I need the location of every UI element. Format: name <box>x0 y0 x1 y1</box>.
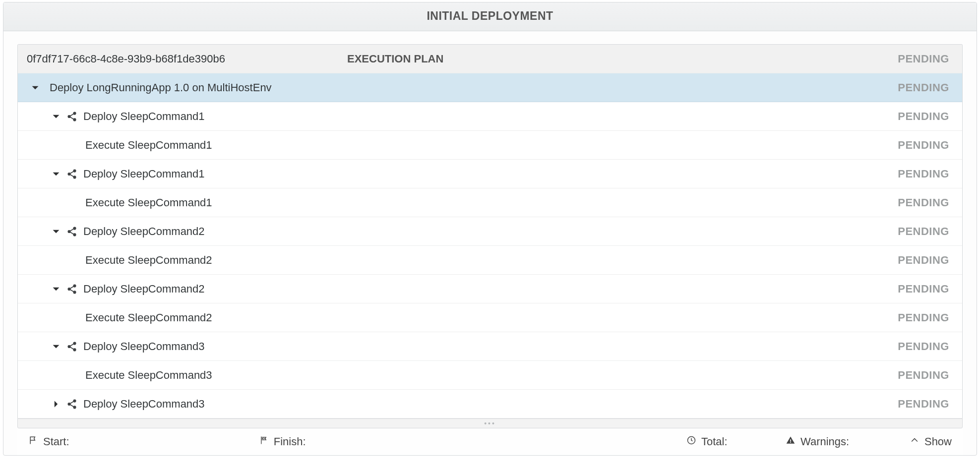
row-status: PENDING <box>840 254 949 267</box>
resize-handle[interactable]: ••• <box>17 418 963 428</box>
row-label: Execute SleepCommand2 <box>85 254 212 267</box>
plan-id: 0f7df717-66c8-4c8e-93b9-b68f1de390b6 <box>27 53 225 65</box>
row-status: PENDING <box>840 283 949 295</box>
share-icon <box>65 225 78 238</box>
row-status: PENDING <box>840 340 949 353</box>
row-status: PENDING <box>840 110 949 123</box>
chevron-down-icon[interactable] <box>51 341 61 352</box>
status-warnings: Warnings: <box>786 435 910 448</box>
share-icon <box>65 398 78 411</box>
row-status: PENDING <box>840 139 949 152</box>
execution-plan-tree: 0f7df717-66c8-4c8e-93b9-b68f1de390b6 EXE… <box>17 44 963 418</box>
tree-leaf-row[interactable]: Execute SleepCommand1PENDING <box>18 188 962 217</box>
warning-icon <box>786 435 796 448</box>
tree-leaf-row[interactable]: Execute SleepCommand2PENDING <box>18 246 962 275</box>
row-label: Deploy SleepCommand3 <box>83 340 205 353</box>
chevron-up-icon <box>910 435 919 448</box>
deployment-panel: INITIAL DEPLOYMENT 0f7df717-66c8-4c8e-93… <box>3 2 977 456</box>
plan-center-label: EXECUTION PLAN <box>347 53 840 65</box>
share-icon <box>65 110 78 123</box>
tree-group-row[interactable]: Deploy SleepCommand1PENDING <box>18 160 962 188</box>
show-toggle[interactable]: Show <box>910 435 952 448</box>
row-label: Deploy SleepCommand2 <box>83 283 205 295</box>
tree-group-row[interactable]: Deploy SleepCommand2PENDING <box>18 275 962 303</box>
row-label: Deploy SleepCommand3 <box>83 398 205 411</box>
tree-root-label: Deploy LongRunningApp 1.0 on MultiHostEn… <box>50 81 272 94</box>
row-label: Deploy SleepCommand1 <box>83 168 205 180</box>
row-label: Execute SleepCommand2 <box>85 311 212 324</box>
chevron-down-icon[interactable] <box>51 226 61 237</box>
chevron-down-icon[interactable] <box>51 169 61 179</box>
tree-root-row[interactable]: Deploy LongRunningApp 1.0 on MultiHostEn… <box>18 73 962 102</box>
chevron-down-icon[interactable] <box>51 284 61 295</box>
chevron-down-icon[interactable] <box>30 82 41 93</box>
row-status: PENDING <box>840 225 949 238</box>
row-status: PENDING <box>840 311 949 324</box>
plan-header-row: 0f7df717-66c8-4c8e-93b9-b68f1de390b6 EXE… <box>18 45 962 73</box>
row-status: PENDING <box>840 168 949 180</box>
tree-leaf-row[interactable]: Execute SleepCommand1PENDING <box>18 131 962 160</box>
tree-group-row[interactable]: Deploy SleepCommand3PENDING <box>18 390 962 418</box>
flag-outline-icon <box>28 435 38 448</box>
tree-leaf-row[interactable]: Execute SleepCommand2PENDING <box>18 303 962 332</box>
clock-icon <box>686 435 696 448</box>
share-icon <box>65 340 78 353</box>
plan-status: PENDING <box>840 53 949 65</box>
status-finish: Finish: <box>259 435 497 448</box>
row-label: Execute SleepCommand3 <box>85 369 212 382</box>
status-bar: Start: Finish: Total: Warnings <box>17 428 963 455</box>
chevron-right-icon[interactable] <box>51 399 61 410</box>
tree-group-row[interactable]: Deploy SleepCommand3PENDING <box>18 332 962 361</box>
tree-root-status: PENDING <box>840 81 949 94</box>
status-total: Total: <box>686 435 786 448</box>
row-label: Execute SleepCommand1 <box>85 196 212 209</box>
tree-group-row[interactable]: Deploy SleepCommand1PENDING <box>18 102 962 131</box>
tree-group-row[interactable]: Deploy SleepCommand2PENDING <box>18 217 962 246</box>
flag-checkered-icon <box>259 435 269 448</box>
row-status: PENDING <box>840 196 949 209</box>
row-label: Deploy SleepCommand1 <box>83 110 205 123</box>
status-start: Start: <box>28 435 69 448</box>
row-label: Execute SleepCommand1 <box>85 139 212 152</box>
row-status: PENDING <box>840 398 949 411</box>
chevron-down-icon[interactable] <box>51 111 61 122</box>
row-status: PENDING <box>840 369 949 382</box>
share-icon <box>65 283 78 295</box>
tree-leaf-row[interactable]: Execute SleepCommand3PENDING <box>18 361 962 390</box>
share-icon <box>65 168 78 180</box>
panel-title: INITIAL DEPLOYMENT <box>3 2 977 31</box>
row-label: Deploy SleepCommand2 <box>83 225 205 238</box>
